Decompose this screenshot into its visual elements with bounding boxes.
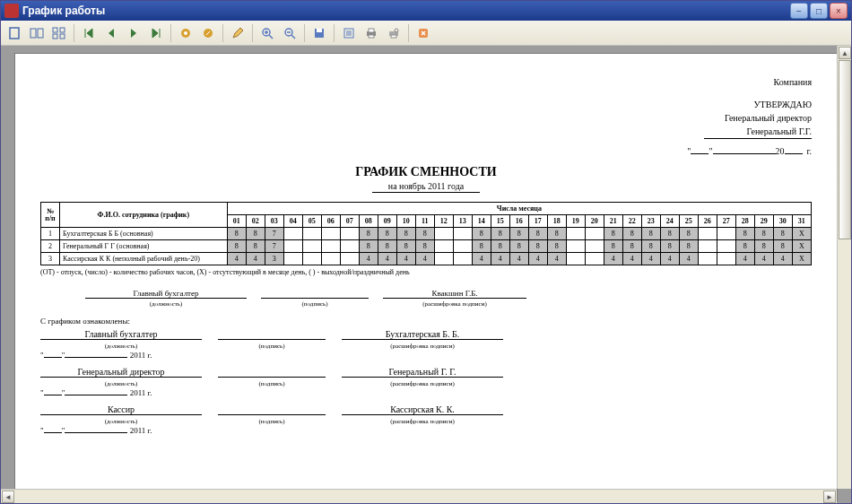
day-cell: 8 [396,228,415,240]
col-number: № п/п [41,203,60,228]
day-cell [283,228,302,240]
two-page-icon[interactable] [27,23,47,43]
zoom-out-icon[interactable] [280,23,300,43]
app-window: График работы − □ × [0,0,852,504]
settings-icon[interactable] [176,23,196,43]
day-cell: 8 [622,240,641,253]
day-cell [321,240,340,253]
day-header: 26 [698,215,717,228]
day-cell: X [792,228,811,240]
day-cell [321,228,340,240]
day-cell: 4 [246,253,265,265]
separator [304,24,305,42]
app-icon [4,4,19,18]
print-icon[interactable] [361,23,381,43]
save-icon[interactable] [309,23,329,43]
day-header: 28 [735,215,754,228]
day-cell [453,228,472,240]
day-cell [585,240,604,253]
day-cell: 4 [378,253,396,265]
employee-name: Кассирская К К (неполный рабочий день-20… [60,253,228,265]
day-cell: 7 [265,228,283,240]
day-cell: 8 [509,228,528,240]
maximize-button[interactable]: □ [810,3,828,19]
day-cell [340,240,359,253]
horizontal-scrollbar[interactable]: ◄ ► [1,489,837,503]
day-cell [434,228,453,240]
svg-point-8 [184,31,187,35]
main-sign-position: Главный бухгалтер [85,289,247,299]
day-cell: 8 [472,228,491,240]
document-title: ГРАФИК СМЕННОСТИ [40,165,812,179]
day-header: 24 [660,215,679,228]
day-cell: X [792,253,811,265]
ack-row: Главный бухгалтер(должность) (подпись)Бу… [40,329,812,350]
acquainted-label: С графиком ознакомлены: [40,317,812,326]
col-name: Ф.И.О. сотрудника (график) [60,203,228,228]
day-header: 07 [340,215,359,228]
day-cell: 8 [246,228,265,240]
first-page-icon[interactable] [79,23,99,43]
day-cell: 8 [509,240,528,253]
table-row: 2Генеральный Г Г (основная)8878888888888… [41,240,812,253]
ack-row: Кассир(должность) (подпись)Кассирская К.… [40,404,812,425]
day-header: 05 [302,215,321,228]
decoded-label: (расшифровка подписи) [422,300,486,308]
export-icon[interactable] [339,23,359,43]
day-cell: 8 [528,240,547,253]
close-button[interactable]: × [830,3,848,19]
day-cell: 4 [679,253,698,265]
svg-rect-6 [60,34,65,39]
day-cell: 4 [509,253,528,265]
table-row: 1Бухгалтерская Б Б (основная)88788888888… [41,228,812,240]
ack-date-row: "" 2011 г. [40,351,812,360]
vertical-scrollbar[interactable]: ▲ [837,46,851,489]
day-cell [585,253,604,265]
last-page-icon[interactable] [146,23,166,43]
day-header: 20 [585,215,604,228]
minimize-button[interactable]: − [790,3,808,19]
day-cell [566,240,585,253]
day-cell [302,240,321,253]
day-header: 09 [378,215,396,228]
day-cell: 4 [735,253,754,265]
day-header: 15 [491,215,509,228]
document-page: Компания УТВЕРЖДАЮ Генеральный директор … [14,53,838,501]
separator [334,24,335,42]
day-cell [698,240,717,253]
ack-signature [218,404,326,415]
ack-row: Генеральный директор(должность) (подпись… [40,367,812,387]
single-page-icon[interactable] [4,23,24,43]
ack-position: Главный бухгалтер [40,329,202,340]
day-cell: 8 [359,228,378,240]
edit-icon[interactable] [228,23,248,43]
day-cell: 4 [773,253,792,265]
day-header: 27 [717,215,735,228]
day-cell: 8 [415,240,434,253]
multi-page-icon[interactable] [49,23,69,43]
day-cell [321,253,340,265]
day-cell [283,240,302,253]
ack-name: Бухгалтерская Б. Б. [342,329,503,340]
day-header: 13 [453,215,472,228]
next-page-icon[interactable] [124,23,143,43]
employee-name: Генеральный Г Г (основная) [60,240,228,253]
day-cell: 4 [641,253,660,265]
day-cell: 8 [604,228,622,240]
settings2-icon[interactable] [198,23,218,43]
separator [222,24,223,42]
day-header: 18 [547,215,566,228]
exit-icon[interactable] [413,23,433,43]
day-cell [302,253,321,265]
zoom-in-icon[interactable] [257,23,277,43]
print-preview-icon[interactable] [384,23,404,43]
ack-signature [218,329,326,340]
main-signature: Главный бухгалтер (должность) (подпись) … [40,289,812,308]
svg-rect-4 [60,28,65,32]
approve-date: ""20 г. [40,144,812,158]
prev-page-icon[interactable] [101,23,121,43]
schedule-table: № п/п Ф.И.О. сотрудника (график) Числа м… [40,202,812,265]
day-cell: 8 [641,228,660,240]
day-cell: 8 [641,240,660,253]
day-header: 14 [472,215,491,228]
